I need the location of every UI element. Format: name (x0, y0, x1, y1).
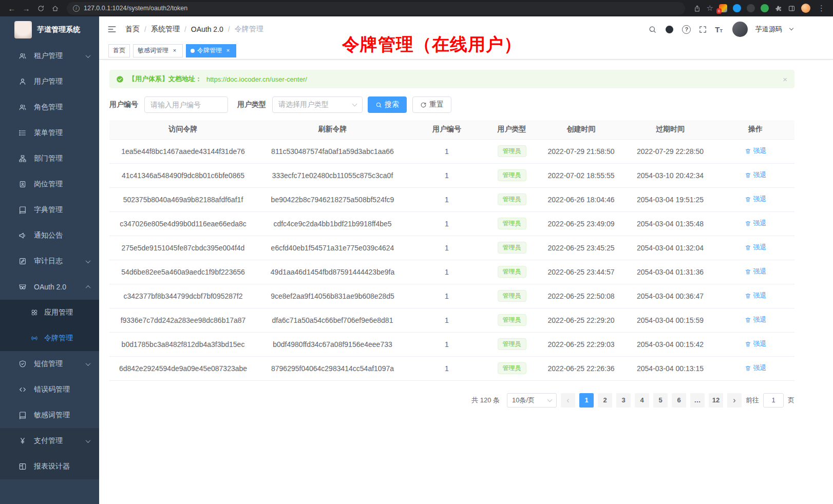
page-size-select[interactable]: 10条/页 (507, 393, 557, 408)
page-button[interactable]: 3 (616, 393, 631, 408)
page-button[interactable]: 2 (598, 393, 612, 408)
browser-home-button[interactable] (48, 2, 62, 15)
force-logout-button[interactable]: 强退 (745, 170, 767, 180)
pagination-total: 共 120 条 (471, 396, 500, 405)
sidebar-item[interactable]: 令牌管理 (0, 325, 99, 351)
main-area: 首页 / 系统管理 / OAuth 2.0 / 令牌管理 ? TT 芋道源码 (99, 16, 833, 504)
reset-button[interactable]: 重置 (412, 96, 451, 113)
force-logout-button[interactable]: 强退 (745, 267, 767, 276)
sidebar-item[interactable]: 短信管理 (0, 351, 99, 377)
goto-page-input[interactable] (763, 393, 784, 408)
trash-icon (745, 196, 751, 203)
sidebar-item[interactable]: 部门管理 (0, 146, 99, 171)
breadcrumb-item[interactable]: 首页 (125, 25, 140, 34)
sidebar-item[interactable]: 岗位管理 (0, 171, 99, 197)
user-avatar[interactable] (732, 22, 748, 37)
tab-sensitive-words[interactable]: 敏感词管理 × (133, 44, 183, 57)
trash-icon (745, 365, 751, 372)
force-logout-button[interactable]: 强退 (745, 219, 767, 228)
search-icon[interactable] (648, 25, 657, 34)
user-type-badge: 管理员 (498, 290, 526, 302)
hamburger-icon[interactable] (107, 24, 117, 34)
user-id-label: 用户编号 (109, 100, 138, 109)
force-logout-button[interactable]: 强退 (745, 315, 767, 324)
user-name[interactable]: 芋道源码 (755, 25, 782, 34)
force-logout-label: 强退 (753, 267, 767, 276)
page-button[interactable]: 5 (653, 393, 668, 408)
user-type-cell: 管理员 (485, 332, 538, 356)
browser-reload-button[interactable] (34, 2, 47, 15)
site-info-icon[interactable]: i (73, 5, 80, 12)
sidebar-item[interactable]: 字典管理 (0, 197, 99, 223)
sidebar-item[interactable]: 通知公告 (0, 223, 99, 248)
url-bar[interactable]: i 127.0.0.1:1024/system/oauth2/token (67, 2, 685, 15)
browser-menu-icon[interactable]: ⋮ (816, 4, 827, 13)
sidebar-item[interactable]: 租户管理 (0, 43, 99, 69)
sidebar-item[interactable]: OAuth 2.0 (0, 274, 99, 300)
sidebar-item[interactable]: 支付管理 (0, 428, 99, 454)
force-logout-button[interactable]: 强退 (745, 146, 767, 156)
tab-home[interactable]: 首页 (108, 44, 130, 57)
breadcrumb-item[interactable]: 系统管理 (151, 25, 180, 34)
sidebar-item[interactable]: 菜单管理 (0, 120, 99, 146)
access-token-cell: 6d842e2924594de9a09e45e087323abe (109, 356, 257, 380)
extension-icon-dark[interactable] (747, 4, 755, 12)
browser-back-button[interactable]: ← (5, 2, 18, 15)
page-button[interactable]: 6 (672, 393, 686, 408)
chevron-down-icon[interactable] (789, 26, 793, 30)
sidebar-item[interactable]: 错误码管理 (0, 377, 99, 402)
page-ellipsis[interactable]: … (690, 393, 705, 408)
bookmark-star-icon[interactable]: ☆ (707, 4, 713, 13)
extension-icon-green[interactable] (761, 4, 769, 12)
sidebar-item-label: 应用管理 (44, 308, 73, 317)
report-icon (18, 462, 27, 471)
user-id-input[interactable] (144, 96, 228, 113)
active-tab-dot (191, 49, 195, 53)
force-logout-button[interactable]: 强退 (745, 243, 767, 252)
tab-close-icon[interactable]: × (171, 47, 178, 54)
browser-profile-avatar[interactable] (801, 4, 810, 13)
sidebar-item[interactable]: 应用管理 (0, 300, 99, 325)
chevron-down-icon (547, 397, 553, 402)
font-size-icon[interactable]: TT (715, 26, 723, 33)
tab-close-icon[interactable]: × (224, 47, 232, 54)
next-page-button[interactable]: › (727, 393, 742, 408)
share-icon[interactable] (693, 5, 701, 12)
search-button[interactable]: 搜索 (368, 96, 407, 113)
user-type-select[interactable]: 请选择用户类型 (272, 96, 363, 113)
app-icon (31, 309, 38, 316)
sidebar-item-label: 通知公告 (34, 231, 63, 240)
fullscreen-icon[interactable] (698, 25, 707, 34)
col-actions: 操作 (716, 120, 794, 139)
force-logout-button[interactable]: 强退 (745, 339, 767, 348)
sidebar-item[interactable]: 用户管理 (0, 69, 99, 94)
breadcrumb-item[interactable]: OAuth 2.0 (191, 25, 223, 33)
book-icon (18, 206, 27, 214)
sidebar-item[interactable]: 报表设计器 (0, 454, 99, 479)
page-button[interactable]: 1 (579, 393, 594, 408)
tab-token-management[interactable]: 令牌管理 × (186, 44, 236, 57)
sidebar-item[interactable]: 审计日志 (0, 248, 99, 274)
tab-label: 敏感词管理 (138, 46, 168, 55)
navbar-actions: ? TT 芋道源码 (648, 22, 793, 37)
help-icon[interactable]: ? (682, 25, 691, 34)
page-button[interactable]: 12 (709, 393, 723, 408)
search-icon (375, 102, 382, 108)
sidebar-item[interactable]: 角色管理 (0, 94, 99, 120)
alert-close-icon[interactable]: × (783, 75, 787, 84)
extension-icon-colorful[interactable]: 0 (719, 4, 727, 12)
sidebar-item[interactable]: 敏感词管理 (0, 402, 99, 428)
extensions-puzzle-icon[interactable] (774, 5, 782, 12)
force-logout-button[interactable]: 强退 (745, 363, 767, 373)
page-button[interactable]: 4 (635, 393, 649, 408)
doc-link[interactable]: https://doc.iocoder.cn/user-center/ (206, 75, 307, 83)
github-icon[interactable] (665, 25, 674, 34)
side-panel-icon[interactable] (788, 5, 796, 12)
access-token-cell: 54d6be82ee5a460a9aedc1f9bf223656 (109, 260, 257, 284)
extension-icon-blue[interactable] (733, 4, 741, 12)
force-logout-button[interactable]: 强退 (745, 291, 767, 300)
browser-forward-button[interactable]: → (20, 2, 33, 15)
force-logout-button[interactable]: 强退 (745, 195, 767, 204)
user-type-badge: 管理员 (498, 362, 526, 374)
prev-page-button[interactable]: ‹ (561, 393, 575, 408)
